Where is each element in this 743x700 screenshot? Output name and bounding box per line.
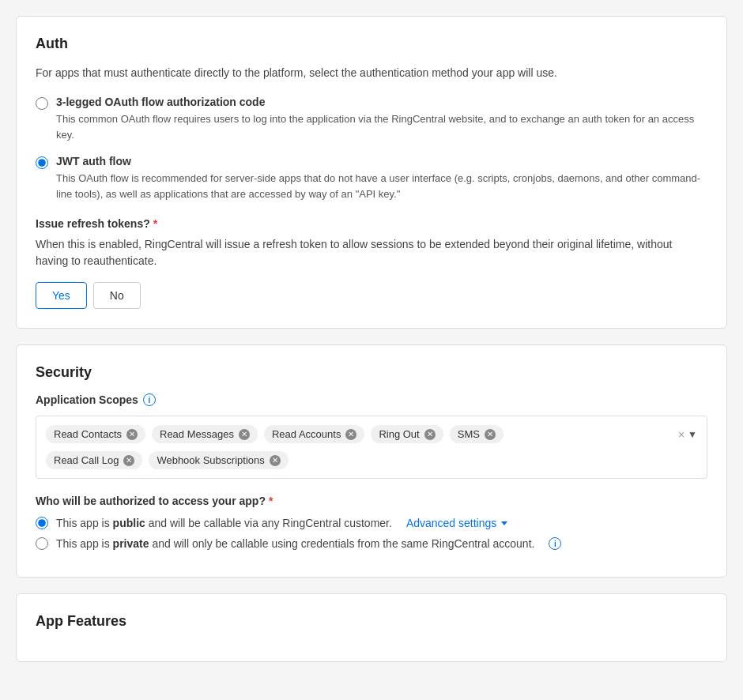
private-radio[interactable]: [36, 537, 48, 550]
yes-button[interactable]: Yes: [36, 282, 87, 309]
auth-title: Auth: [36, 36, 707, 52]
scopes-row-2: Read Call Log ✕ Webhook Subscriptions ✕: [46, 451, 697, 469]
jwt-label: JWT auth flow: [56, 155, 707, 167]
remove-read-accounts-icon[interactable]: ✕: [345, 429, 356, 440]
scope-ring-out-label: Ring Out: [379, 428, 419, 440]
private-info-icon[interactable]: i: [549, 537, 561, 550]
scopes-controls[interactable]: × ▼: [678, 425, 697, 443]
scope-read-messages-label: Read Messages: [160, 428, 234, 440]
scope-tag-webhook-subscriptions: Webhook Subscriptions ✕: [149, 451, 288, 469]
scope-tag-read-messages: Read Messages ✕: [152, 425, 258, 443]
app-features-card: App Features: [16, 593, 727, 662]
public-option-text: This app is public and will be callable …: [56, 517, 392, 529]
advanced-settings-link[interactable]: Advanced settings: [406, 517, 507, 529]
scope-read-call-log-label: Read Call Log: [54, 454, 119, 466]
scope-tag-read-call-log: Read Call Log ✕: [46, 451, 142, 469]
no-button[interactable]: No: [93, 282, 141, 309]
public-bold: public: [113, 517, 145, 529]
refresh-tokens-description: When this is enabled, RingCentral will i…: [36, 236, 707, 269]
scopes-label-text: Application Scopes: [36, 393, 138, 406]
scopes-info-icon[interactable]: i: [143, 393, 156, 406]
scopes-row-1: Read Contacts ✕ Read Messages ✕ Read Acc…: [46, 425, 697, 443]
remove-ring-out-icon[interactable]: ✕: [424, 429, 436, 440]
jwt-desc: This OAuth flow is recommended for serve…: [56, 171, 707, 201]
remove-sms-icon[interactable]: ✕: [485, 429, 496, 440]
remove-webhook-subscriptions-icon[interactable]: ✕: [270, 455, 281, 466]
scopes-container: Read Contacts ✕ Read Messages ✕ Read Acc…: [36, 416, 707, 479]
public-access-option[interactable]: This app is public and will be callable …: [36, 517, 707, 529]
private-bold: private: [113, 537, 149, 550]
clear-all-icon[interactable]: ×: [678, 428, 685, 441]
jwt-option[interactable]: JWT auth flow This OAuth flow is recomme…: [36, 155, 707, 201]
remove-read-contacts-icon[interactable]: ✕: [126, 429, 138, 440]
advanced-settings-chevron-icon: [501, 521, 507, 525]
scope-read-contacts-label: Read Contacts: [54, 428, 122, 440]
oauth-option[interactable]: 3-legged OAuth flow authorization code T…: [36, 96, 707, 142]
scopes-label-row: Application Scopes i: [36, 393, 707, 406]
remove-read-messages-icon[interactable]: ✕: [239, 429, 250, 440]
oauth-label: 3-legged OAuth flow authorization code: [56, 96, 707, 108]
security-title: Security: [36, 364, 707, 381]
oauth-desc: This common OAuth flow requires users to…: [56, 111, 707, 142]
scope-tag-read-accounts: Read Accounts ✕: [264, 425, 364, 443]
private-access-option[interactable]: This app is private and will only be cal…: [36, 537, 707, 550]
auth-card: Auth For apps that must authenticate dir…: [16, 16, 727, 329]
auth-description: For apps that must authenticate directly…: [36, 65, 707, 81]
scope-tag-sms: SMS ✕: [450, 425, 504, 443]
scope-read-accounts-label: Read Accounts: [272, 428, 341, 440]
oauth-option-text: 3-legged OAuth flow authorization code T…: [56, 96, 707, 142]
who-access-label: Who will be authorized to access your ap…: [36, 495, 707, 507]
access-required-star: *: [269, 495, 273, 507]
private-option-text: This app is private and will only be cal…: [56, 537, 534, 550]
jwt-radio[interactable]: [36, 156, 48, 169]
public-radio[interactable]: [36, 517, 48, 529]
advanced-settings-label: Advanced settings: [406, 517, 496, 529]
jwt-option-text: JWT auth flow This OAuth flow is recomme…: [56, 155, 707, 201]
required-star: *: [153, 217, 157, 230]
refresh-tokens-label: Issue refresh tokens?*: [36, 217, 707, 230]
who-access-section: Who will be authorized to access your ap…: [36, 495, 707, 550]
remove-read-call-log-icon[interactable]: ✕: [123, 455, 134, 466]
refresh-tokens-buttons: Yes No: [36, 282, 707, 309]
security-card: Security Application Scopes i Read Conta…: [16, 344, 727, 578]
scope-tag-ring-out: Ring Out ✕: [371, 425, 443, 443]
scope-tag-read-contacts: Read Contacts ✕: [46, 425, 145, 443]
scope-sms-label: SMS: [458, 428, 480, 440]
oauth-radio[interactable]: [36, 97, 48, 110]
app-features-title: App Features: [36, 613, 707, 630]
auth-radio-group: 3-legged OAuth flow authorization code T…: [36, 96, 707, 201]
dropdown-icon[interactable]: ▼: [688, 429, 697, 440]
scope-webhook-subscriptions-label: Webhook Subscriptions: [157, 454, 264, 466]
